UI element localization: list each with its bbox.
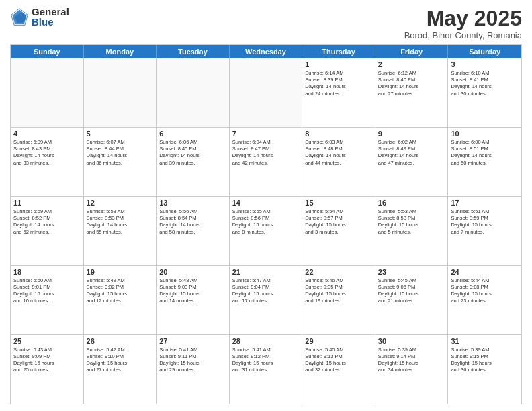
header-day-tuesday: Tuesday (157, 45, 230, 58)
day-info: Sunrise: 5:46 AM Sunset: 9:05 PM Dayligh… (305, 277, 372, 305)
day-info: Sunrise: 5:47 AM Sunset: 9:04 PM Dayligh… (232, 277, 300, 305)
day-cell-17: 17Sunrise: 5:51 AM Sunset: 8:59 PM Dayli… (448, 197, 521, 265)
day-number: 30 (378, 337, 445, 345)
day-cell-14: 14Sunrise: 5:55 AM Sunset: 8:56 PM Dayli… (230, 197, 303, 265)
title-block: May 2025 Borod, Bihor County, Romania (404, 7, 522, 40)
day-number: 29 (305, 337, 372, 345)
day-number: 12 (87, 199, 154, 207)
calendar-row-1: 1Sunrise: 6:14 AM Sunset: 8:39 PM Daylig… (11, 58, 521, 128)
day-number: 20 (159, 268, 226, 276)
day-number: 3 (451, 60, 519, 68)
empty-cell (230, 58, 303, 127)
logo-blue: Blue (32, 17, 69, 27)
day-cell-5: 5Sunrise: 6:07 AM Sunset: 8:44 PM Daylig… (84, 128, 157, 196)
day-number: 9 (378, 130, 445, 138)
day-info: Sunrise: 5:45 AM Sunset: 9:06 PM Dayligh… (378, 277, 445, 305)
calendar-row-3: 11Sunrise: 5:59 AM Sunset: 8:52 PM Dayli… (11, 197, 521, 266)
day-number: 5 (87, 130, 154, 138)
day-cell-24: 24Sunrise: 5:44 AM Sunset: 9:08 PM Dayli… (448, 266, 521, 334)
day-number: 28 (232, 337, 300, 345)
day-number: 1 (305, 60, 372, 68)
day-cell-9: 9Sunrise: 6:02 AM Sunset: 8:49 PM Daylig… (375, 128, 449, 196)
page: General Blue May 2025 Borod, Bihor Count… (0, 0, 532, 411)
day-info: Sunrise: 5:39 AM Sunset: 9:14 PM Dayligh… (378, 347, 445, 374)
day-number: 26 (87, 337, 154, 345)
calendar-row-2: 4Sunrise: 6:09 AM Sunset: 8:43 PM Daylig… (11, 128, 521, 197)
day-number: 17 (451, 199, 519, 207)
day-info: Sunrise: 5:41 AM Sunset: 9:12 PM Dayligh… (232, 347, 300, 374)
day-number: 6 (159, 130, 226, 138)
day-cell-29: 29Sunrise: 5:40 AM Sunset: 9:13 PM Dayli… (302, 335, 375, 404)
day-number: 7 (232, 130, 300, 138)
calendar-header: SundayMondayTuesdayWednesdayThursdayFrid… (11, 45, 521, 58)
day-cell-8: 8Sunrise: 6:03 AM Sunset: 8:48 PM Daylig… (302, 128, 375, 196)
day-cell-12: 12Sunrise: 5:58 AM Sunset: 8:53 PM Dayli… (84, 197, 157, 265)
day-number: 13 (159, 199, 226, 207)
day-number: 16 (378, 199, 445, 207)
day-number: 2 (378, 60, 445, 68)
day-info: Sunrise: 6:00 AM Sunset: 8:51 PM Dayligh… (451, 139, 519, 167)
day-info: Sunrise: 5:56 AM Sunset: 8:54 PM Dayligh… (159, 208, 226, 236)
day-info: Sunrise: 6:09 AM Sunset: 8:43 PM Dayligh… (13, 139, 81, 167)
day-info: Sunrise: 5:43 AM Sunset: 9:09 PM Dayligh… (13, 347, 81, 374)
day-number: 8 (305, 130, 372, 138)
header-day-wednesday: Wednesday (230, 45, 303, 58)
logo-icon (10, 7, 29, 26)
day-info: Sunrise: 6:03 AM Sunset: 8:48 PM Dayligh… (305, 139, 372, 167)
header-day-saturday: Saturday (448, 45, 521, 58)
day-info: Sunrise: 6:10 AM Sunset: 8:41 PM Dayligh… (451, 70, 519, 97)
day-info: Sunrise: 6:12 AM Sunset: 8:40 PM Dayligh… (378, 70, 445, 97)
day-cell-15: 15Sunrise: 5:54 AM Sunset: 8:57 PM Dayli… (302, 197, 375, 265)
day-info: Sunrise: 5:54 AM Sunset: 8:57 PM Dayligh… (305, 208, 372, 236)
logo: General Blue (10, 7, 69, 27)
day-info: Sunrise: 5:42 AM Sunset: 9:10 PM Dayligh… (87, 347, 154, 374)
day-number: 27 (159, 337, 226, 345)
day-cell-25: 25Sunrise: 5:43 AM Sunset: 9:09 PM Dayli… (11, 335, 84, 404)
day-cell-23: 23Sunrise: 5:45 AM Sunset: 9:06 PM Dayli… (375, 266, 449, 334)
empty-cell (84, 58, 157, 127)
day-info: Sunrise: 5:59 AM Sunset: 8:52 PM Dayligh… (13, 208, 81, 236)
empty-cell (157, 58, 230, 127)
day-cell-21: 21Sunrise: 5:47 AM Sunset: 9:04 PM Dayli… (230, 266, 303, 334)
day-cell-19: 19Sunrise: 5:49 AM Sunset: 9:02 PM Dayli… (84, 266, 157, 334)
day-info: Sunrise: 5:58 AM Sunset: 8:53 PM Dayligh… (87, 208, 154, 236)
day-cell-13: 13Sunrise: 5:56 AM Sunset: 8:54 PM Dayli… (157, 197, 230, 265)
day-info: Sunrise: 6:04 AM Sunset: 8:47 PM Dayligh… (232, 139, 300, 167)
day-cell-22: 22Sunrise: 5:46 AM Sunset: 9:05 PM Dayli… (302, 266, 375, 334)
calendar-body: 1Sunrise: 6:14 AM Sunset: 8:39 PM Daylig… (11, 58, 521, 404)
day-info: Sunrise: 6:07 AM Sunset: 8:44 PM Dayligh… (87, 139, 154, 167)
day-cell-4: 4Sunrise: 6:09 AM Sunset: 8:43 PM Daylig… (11, 128, 84, 196)
day-info: Sunrise: 5:51 AM Sunset: 8:59 PM Dayligh… (451, 208, 519, 236)
subtitle: Borod, Bihor County, Romania (404, 30, 522, 40)
empty-cell (11, 58, 84, 127)
header-day-friday: Friday (375, 45, 449, 58)
day-number: 18 (13, 268, 81, 276)
day-number: 11 (13, 199, 81, 207)
day-info: Sunrise: 6:14 AM Sunset: 8:39 PM Dayligh… (305, 70, 372, 97)
calendar-row-4: 18Sunrise: 5:50 AM Sunset: 9:01 PM Dayli… (11, 266, 521, 335)
day-cell-31: 31Sunrise: 5:39 AM Sunset: 9:15 PM Dayli… (448, 335, 521, 404)
day-info: Sunrise: 5:48 AM Sunset: 9:03 PM Dayligh… (159, 277, 226, 305)
logo-general: General (32, 7, 69, 17)
day-info: Sunrise: 5:50 AM Sunset: 9:01 PM Dayligh… (13, 277, 81, 305)
calendar-row-5: 25Sunrise: 5:43 AM Sunset: 9:09 PM Dayli… (11, 335, 521, 404)
month-title: May 2025 (404, 7, 522, 30)
day-cell-2: 2Sunrise: 6:12 AM Sunset: 8:40 PM Daylig… (375, 58, 449, 127)
day-cell-20: 20Sunrise: 5:48 AM Sunset: 9:03 PM Dayli… (157, 266, 230, 334)
day-info: Sunrise: 6:06 AM Sunset: 8:45 PM Dayligh… (159, 139, 226, 167)
day-info: Sunrise: 5:55 AM Sunset: 8:56 PM Dayligh… (232, 208, 300, 236)
day-cell-11: 11Sunrise: 5:59 AM Sunset: 8:52 PM Dayli… (11, 197, 84, 265)
day-info: Sunrise: 5:40 AM Sunset: 9:13 PM Dayligh… (305, 347, 372, 374)
header-day-thursday: Thursday (302, 45, 375, 58)
day-cell-18: 18Sunrise: 5:50 AM Sunset: 9:01 PM Dayli… (11, 266, 84, 334)
day-info: Sunrise: 5:44 AM Sunset: 9:08 PM Dayligh… (451, 277, 519, 305)
day-number: 22 (305, 268, 372, 276)
header: General Blue May 2025 Borod, Bihor Count… (10, 7, 522, 40)
header-day-sunday: Sunday (11, 45, 84, 58)
day-number: 21 (232, 268, 300, 276)
header-day-monday: Monday (84, 45, 157, 58)
day-cell-27: 27Sunrise: 5:41 AM Sunset: 9:11 PM Dayli… (157, 335, 230, 404)
day-info: Sunrise: 6:02 AM Sunset: 8:49 PM Dayligh… (378, 139, 445, 167)
day-info: Sunrise: 5:53 AM Sunset: 8:58 PM Dayligh… (378, 208, 445, 236)
day-number: 23 (378, 268, 445, 276)
